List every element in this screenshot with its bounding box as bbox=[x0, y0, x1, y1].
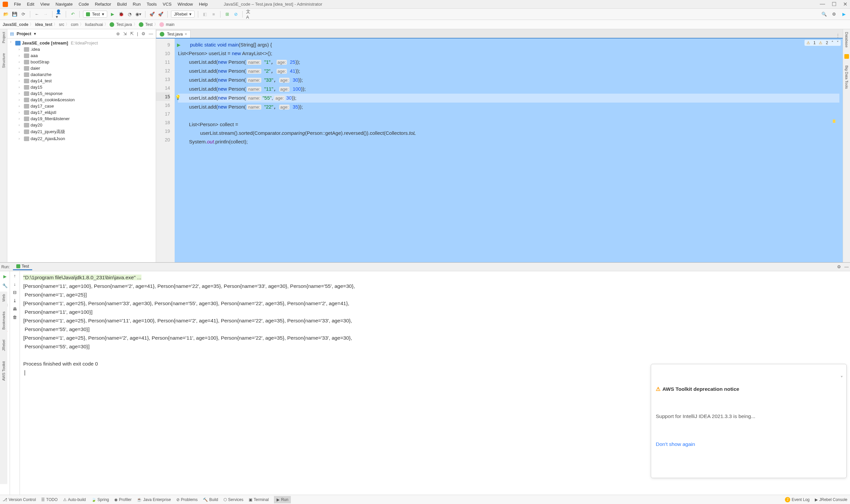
expand-icon[interactable]: ˅ bbox=[10, 41, 14, 45]
menu-build[interactable]: Build bbox=[114, 1, 129, 7]
print-icon[interactable]: 🖶 bbox=[13, 306, 17, 311]
bc-com[interactable]: com bbox=[71, 22, 78, 27]
menu-view[interactable]: View bbox=[37, 1, 52, 7]
minimize-button[interactable]: — bbox=[820, 1, 825, 7]
tree-item[interactable]: ›day15 bbox=[7, 84, 156, 90]
forward-icon[interactable]: → bbox=[42, 11, 49, 18]
line-number[interactable]: 9 bbox=[156, 40, 170, 49]
bc-src[interactable]: src bbox=[59, 22, 64, 27]
coverage-icon[interactable]: ◔ bbox=[127, 11, 133, 18]
jrebel-debug-icon[interactable]: 🚀 bbox=[157, 11, 164, 18]
user-icon[interactable]: 👤▾ bbox=[56, 11, 62, 18]
tree-item[interactable]: ›day21_jquery高级 bbox=[7, 128, 156, 136]
menu-file[interactable]: File bbox=[11, 1, 23, 7]
tab-web[interactable]: Web bbox=[2, 294, 6, 302]
bc-class[interactable]: Test bbox=[145, 22, 153, 27]
run-config-dropdown[interactable]: Test ▾ bbox=[83, 11, 107, 18]
inspection-badge[interactable]: ⚠1 ⚠2 ˄ ˅ bbox=[804, 40, 841, 46]
line-number[interactable]: 18 bbox=[156, 118, 170, 127]
expand-icon[interactable]: › bbox=[19, 60, 22, 64]
settings-icon[interactable]: ⚙ bbox=[142, 31, 145, 36]
expand-icon[interactable]: › bbox=[19, 123, 22, 127]
clear-icon[interactable]: 🗑 bbox=[13, 315, 17, 320]
expand-all-icon[interactable]: ⇲ bbox=[123, 31, 127, 36]
tab-javaee[interactable]: ☕ Java Enterprise bbox=[137, 497, 171, 502]
line-number[interactable]: 15 bbox=[156, 92, 170, 101]
expand-icon[interactable]: › bbox=[19, 117, 22, 121]
event-log[interactable]: 2 Event Log bbox=[785, 497, 810, 502]
hide-icon[interactable]: — bbox=[844, 264, 849, 269]
down-icon[interactable]: ˅ bbox=[837, 40, 839, 45]
tab-database[interactable]: Database bbox=[845, 32, 849, 48]
menu-edit[interactable]: Edit bbox=[24, 1, 37, 7]
reload-icon[interactable]: ⟳ bbox=[20, 11, 26, 18]
jrebel-run-icon[interactable]: 🚀 bbox=[149, 11, 156, 18]
settings-icon[interactable]: ⚙ bbox=[837, 264, 841, 269]
tab-version-control[interactable]: ⎇ Version Control bbox=[3, 497, 36, 502]
bc-file[interactable]: Test.java bbox=[116, 22, 132, 27]
project-tree[interactable]: ˅ JavaSE_code [stream] E:\IdeaProject ›.… bbox=[7, 38, 156, 262]
menu-refactor[interactable]: Refactor bbox=[92, 1, 114, 7]
tab-aws[interactable]: AWS Toolkit bbox=[2, 361, 6, 381]
bc-pkg[interactable]: liudashuai bbox=[85, 22, 103, 27]
editor-body[interactable]: ▶ 💡 91011121314151617181920 public stati… bbox=[156, 38, 843, 262]
menu-run[interactable]: Run bbox=[130, 1, 143, 7]
back-icon[interactable]: ← bbox=[34, 11, 40, 18]
jrebel-logo-icon[interactable]: ▶ bbox=[841, 11, 847, 18]
wrap-icon[interactable]: ⊟ bbox=[13, 290, 17, 295]
tab-project[interactable]: Project bbox=[2, 32, 6, 43]
settings-icon[interactable]: ⚙ bbox=[831, 11, 837, 18]
tree-item[interactable]: ›daolianzhe bbox=[7, 71, 156, 78]
profile-icon[interactable]: ◉▾ bbox=[135, 11, 142, 18]
tab-todo[interactable]: ☰ TODO bbox=[41, 497, 57, 502]
collapse-all-icon[interactable]: ⇱ bbox=[130, 31, 134, 36]
hide-icon[interactable]: — bbox=[149, 31, 153, 36]
run-tab[interactable]: Test bbox=[13, 263, 32, 270]
expand-icon[interactable]: › bbox=[19, 67, 22, 70]
tree-root[interactable]: ˅ JavaSE_code [stream] E:\IdeaProject bbox=[7, 40, 156, 46]
menu-window[interactable]: Window bbox=[175, 1, 196, 7]
db-tool-icon[interactable] bbox=[844, 54, 849, 59]
intention-bulb-icon[interactable]: 💡 bbox=[175, 93, 181, 102]
code-area[interactable]: public static void main(String[] args) {… bbox=[175, 38, 843, 262]
tree-item[interactable]: ›day17_el&jstl bbox=[7, 109, 156, 115]
tree-item[interactable]: ›day20 bbox=[7, 122, 156, 128]
editor-tab-test[interactable]: Test.java × bbox=[156, 30, 191, 38]
run-gutter-icon[interactable]: ▶ bbox=[177, 40, 181, 49]
tree-item[interactable]: ›day17_case bbox=[7, 103, 156, 109]
tab-jrebel[interactable]: JRebel bbox=[2, 340, 6, 351]
tab-structure[interactable]: Structure bbox=[2, 53, 6, 68]
up-icon[interactable]: ↑ bbox=[14, 273, 16, 278]
down-icon[interactable]: ↓ bbox=[14, 282, 16, 287]
line-number[interactable]: 11 bbox=[156, 58, 170, 67]
tab-problems[interactable]: ⊘ Problems bbox=[176, 497, 198, 502]
line-number[interactable]: 17 bbox=[156, 110, 170, 118]
tree-item[interactable]: ›.idea bbox=[7, 46, 156, 52]
bc-method[interactable]: main bbox=[166, 22, 175, 27]
tab-bookmarks[interactable]: Bookmarks bbox=[2, 311, 6, 330]
tree-item[interactable]: ›daier bbox=[7, 65, 156, 71]
translate-icon[interactable]: 文A bbox=[246, 11, 253, 18]
menu-help[interactable]: Help bbox=[196, 1, 211, 7]
maximize-button[interactable]: ☐ bbox=[832, 1, 836, 7]
tree-item[interactable]: ›day16_cookie&cession bbox=[7, 96, 156, 103]
up-icon[interactable]: ˄ bbox=[831, 40, 833, 45]
line-number[interactable]: 12 bbox=[156, 67, 170, 75]
expand-icon[interactable]: › bbox=[19, 73, 22, 76]
tree-item[interactable]: ›aaa bbox=[7, 52, 156, 59]
tab-run[interactable]: ▶ Run bbox=[274, 496, 291, 503]
rerun-icon[interactable]: ▶ bbox=[2, 273, 8, 279]
line-number[interactable]: 20 bbox=[156, 136, 170, 144]
chevron-down-icon[interactable]: ˅ bbox=[840, 374, 843, 383]
stop-icon[interactable]: ◧ bbox=[201, 11, 208, 18]
disable-icon[interactable]: ⊘ bbox=[232, 11, 239, 18]
expand-icon[interactable]: › bbox=[19, 111, 22, 114]
gutter[interactable]: ▶ 💡 91011121314151617181920 bbox=[156, 38, 175, 262]
close-button[interactable]: ✕ bbox=[843, 1, 847, 7]
tab-services[interactable]: ⬡ Services bbox=[223, 497, 243, 502]
tab-profiler[interactable]: ◉ Profiler bbox=[114, 497, 131, 502]
expand-icon[interactable]: › bbox=[19, 137, 22, 141]
tab-autobuild[interactable]: ⚠ Auto-build bbox=[63, 497, 86, 502]
bc-module[interactable]: idea_test bbox=[35, 22, 52, 27]
tree-item[interactable]: ›day19_filter&listener bbox=[7, 115, 156, 122]
